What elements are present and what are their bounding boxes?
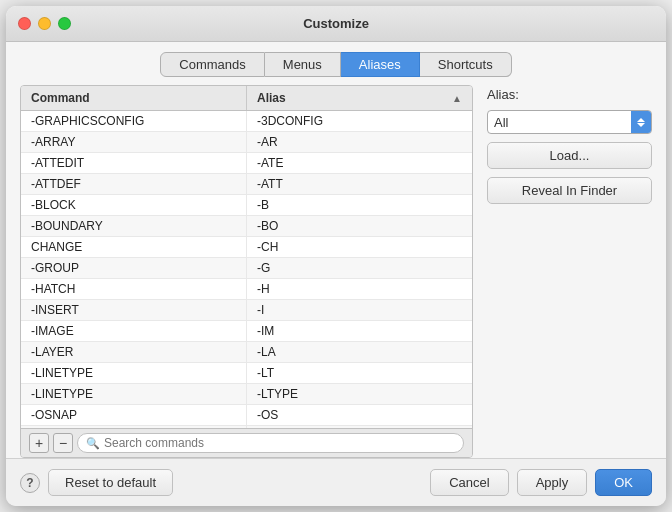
cell-alias: -B	[247, 195, 472, 215]
table-row[interactable]: -BOUNDARY -BO	[21, 216, 472, 237]
cell-command: -HATCH	[21, 279, 247, 299]
apply-button[interactable]: Apply	[517, 469, 588, 496]
table-row[interactable]: -OSNAP -OS	[21, 405, 472, 426]
search-input[interactable]	[104, 436, 455, 450]
cell-alias: -CH	[247, 237, 472, 257]
cell-command: -ATTEDIT	[21, 153, 247, 173]
tab-menus[interactable]: Menus	[265, 52, 341, 77]
select-arrows-icon	[631, 111, 651, 133]
col-header-command: Command	[21, 86, 247, 110]
table-section: Command Alias ▲ -GRAPHICSCONFIG -3DCONFI…	[20, 85, 473, 458]
search-icon: 🔍	[86, 437, 100, 450]
cell-command: -LINETYPE	[21, 363, 247, 383]
table-row[interactable]: -IMAGE -IM	[21, 321, 472, 342]
tabs-bar: Commands Menus Aliases Shortcuts	[6, 42, 666, 85]
reset-to-default-button[interactable]: Reset to default	[48, 469, 173, 496]
cell-command: -BOUNDARY	[21, 216, 247, 236]
add-button[interactable]: +	[29, 433, 49, 453]
alias-dropdown[interactable]: All	[488, 113, 631, 132]
ok-button[interactable]: OK	[595, 469, 652, 496]
cell-command: -ATTDEF	[21, 174, 247, 194]
bottom-bar: ? Reset to default Cancel Apply OK	[6, 458, 666, 506]
table-row[interactable]: -ATTDEF -ATT	[21, 174, 472, 195]
cell-command: -LINETYPE	[21, 384, 247, 404]
cell-command: -GROUP	[21, 258, 247, 278]
cell-alias: -ATE	[247, 153, 472, 173]
cell-alias: -BO	[247, 216, 472, 236]
alias-label: Alias:	[487, 87, 652, 102]
table-row[interactable]: -INSERT -I	[21, 300, 472, 321]
tab-shortcuts[interactable]: Shortcuts	[420, 52, 512, 77]
cell-command: -INSERT	[21, 300, 247, 320]
table-row[interactable]: -BLOCK -B	[21, 195, 472, 216]
cell-command: CHANGE	[21, 237, 247, 257]
table-row[interactable]: -LINETYPE -LTYPE	[21, 384, 472, 405]
search-box: 🔍	[77, 433, 464, 453]
right-panel: Alias: All Load... Reveal In Finder	[487, 85, 652, 458]
cell-alias: -LT	[247, 363, 472, 383]
window-title: Customize	[303, 16, 369, 31]
cell-alias: -IM	[247, 321, 472, 341]
maximize-button[interactable]	[58, 17, 71, 30]
main-window: Customize Commands Menus Aliases Shortcu…	[6, 6, 666, 506]
tab-aliases[interactable]: Aliases	[341, 52, 420, 77]
table-header: Command Alias ▲	[21, 86, 472, 111]
table-row[interactable]: CHANGE -CH	[21, 237, 472, 258]
table-row[interactable]: -GROUP -G	[21, 258, 472, 279]
cell-alias: -I	[247, 300, 472, 320]
cell-alias: -3DCONFIG	[247, 111, 472, 131]
cancel-button[interactable]: Cancel	[430, 469, 508, 496]
content-area: Command Alias ▲ -GRAPHICSCONFIG -3DCONFI…	[6, 85, 666, 458]
remove-button[interactable]: −	[53, 433, 73, 453]
cell-command: -BLOCK	[21, 195, 247, 215]
cell-command: -IMAGE	[21, 321, 247, 341]
help-button[interactable]: ?	[20, 473, 40, 493]
reveal-in-finder-button[interactable]: Reveal In Finder	[487, 177, 652, 204]
title-bar: Customize	[6, 6, 666, 42]
cell-alias: -AR	[247, 132, 472, 152]
load-button[interactable]: Load...	[487, 142, 652, 169]
minimize-button[interactable]	[38, 17, 51, 30]
cell-alias: -OS	[247, 405, 472, 425]
cell-alias: -LA	[247, 342, 472, 362]
bottom-right-buttons: Cancel Apply OK	[430, 469, 652, 496]
cell-alias: -G	[247, 258, 472, 278]
table-row[interactable]: -ARRAY -AR	[21, 132, 472, 153]
table-wrapper: Command Alias ▲ -GRAPHICSCONFIG -3DCONFI…	[20, 85, 473, 458]
table-row[interactable]: -LINETYPE -LT	[21, 363, 472, 384]
cell-command: -ARRAY	[21, 132, 247, 152]
tab-commands[interactable]: Commands	[160, 52, 264, 77]
cell-alias: -LTYPE	[247, 384, 472, 404]
cell-command: -LAYER	[21, 342, 247, 362]
close-button[interactable]	[18, 17, 31, 30]
traffic-lights	[18, 17, 71, 30]
cell-alias: -H	[247, 279, 472, 299]
arrow-down-icon	[637, 123, 645, 127]
table-row[interactable]: -LAYER -LA	[21, 342, 472, 363]
table-row[interactable]: -HATCH -H	[21, 279, 472, 300]
arrow-up-icon	[637, 118, 645, 122]
table-body[interactable]: -GRAPHICSCONFIG -3DCONFIG -ARRAY -AR -AT…	[21, 111, 472, 428]
table-row[interactable]: -ATTEDIT -ATE	[21, 153, 472, 174]
cell-alias: -ATT	[247, 174, 472, 194]
cell-command: -GRAPHICSCONFIG	[21, 111, 247, 131]
sort-arrow-icon: ▲	[452, 93, 462, 104]
alias-select-wrapper[interactable]: All	[487, 110, 652, 134]
table-row[interactable]: -GRAPHICSCONFIG -3DCONFIG	[21, 111, 472, 132]
col-header-alias: Alias ▲	[247, 86, 472, 110]
cell-command: -OSNAP	[21, 405, 247, 425]
table-footer: + − 🔍	[21, 428, 472, 457]
